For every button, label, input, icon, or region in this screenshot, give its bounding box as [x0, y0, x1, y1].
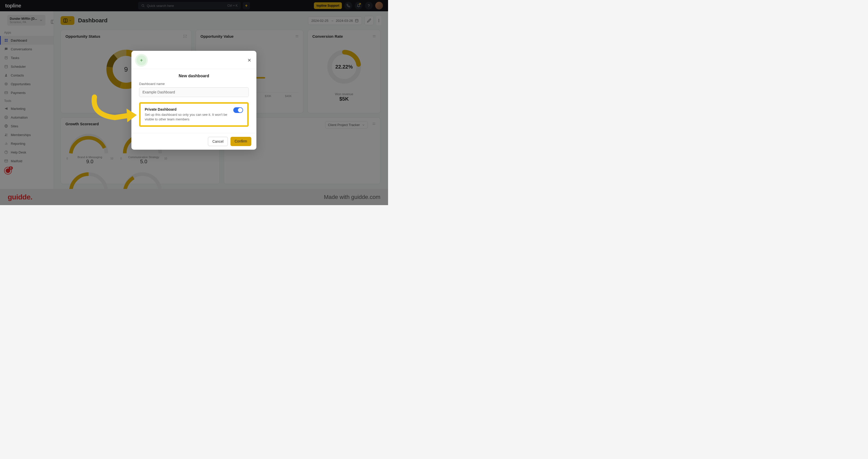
- private-toggle[interactable]: [233, 107, 243, 113]
- new-dashboard-modal: + ✕ New dashboard Dashboard name Private…: [131, 51, 256, 150]
- plus-icon: +: [136, 56, 146, 65]
- name-field-label: Dashboard name: [139, 82, 249, 86]
- confirm-button[interactable]: Confirm: [230, 137, 251, 146]
- private-title: Private Dashboard: [145, 107, 230, 112]
- private-desc: Set up this dashboard so only you can se…: [145, 113, 230, 122]
- close-button[interactable]: ✕: [247, 58, 251, 63]
- dashboard-name-input[interactable]: [139, 87, 249, 97]
- private-dashboard-box: Private Dashboard Set up this dashboard …: [139, 102, 249, 127]
- modal-title: New dashboard: [139, 74, 249, 78]
- cancel-button[interactable]: Cancel: [208, 137, 228, 146]
